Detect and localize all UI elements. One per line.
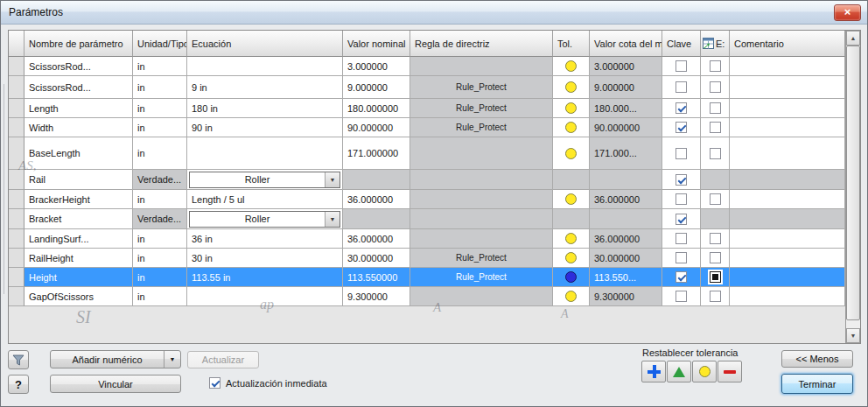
- cell-tolerance[interactable]: [553, 57, 590, 76]
- export-checkbox[interactable]: [710, 193, 721, 205]
- table-row[interactable]: GapOfScissors in 9.300000 9.300000: [9, 287, 845, 306]
- tolerance-dot[interactable]: [565, 193, 577, 205]
- cell-parameter-name[interactable]: Width: [24, 118, 133, 137]
- tolerance-lower-button[interactable]: [718, 361, 742, 382]
- tolerance-nominal-button[interactable]: [692, 361, 717, 382]
- cell-key[interactable]: [662, 137, 701, 170]
- cell-export[interactable]: [701, 229, 730, 249]
- tolerance-dot[interactable]: [565, 60, 577, 72]
- update-button[interactable]: Actualizar: [187, 351, 259, 368]
- export-checkbox[interactable]: [710, 102, 721, 114]
- cell-key[interactable]: [662, 229, 701, 249]
- cell-comment[interactable]: [730, 190, 845, 209]
- cell-comment[interactable]: [730, 137, 845, 170]
- row-selector[interactable]: [9, 287, 24, 306]
- key-checkbox[interactable]: [676, 271, 687, 283]
- cell-export[interactable]: [701, 190, 730, 209]
- table-row[interactable]: Rail Verdade... Roller ▼: [9, 170, 845, 190]
- scroll-down-button[interactable]: ▼: [846, 328, 860, 343]
- cell-key[interactable]: [662, 249, 701, 268]
- row-selector[interactable]: [9, 268, 24, 287]
- cell-parameter-name[interactable]: BrackerHeight: [24, 190, 133, 209]
- chevron-down-icon[interactable]: ▼: [164, 351, 180, 368]
- cell-tolerance[interactable]: [553, 229, 590, 249]
- row-selector[interactable]: [9, 229, 24, 249]
- cell-tolerance[interactable]: [553, 190, 590, 209]
- cell-tolerance[interactable]: [553, 249, 590, 268]
- cell-export[interactable]: [701, 57, 730, 76]
- cell-comment[interactable]: [730, 57, 845, 76]
- tolerance-dot[interactable]: [565, 271, 577, 283]
- cell-equation[interactable]: 113.55 in: [187, 268, 343, 287]
- cell-key[interactable]: [662, 118, 701, 137]
- cell-comment[interactable]: [730, 268, 845, 287]
- cell-key[interactable]: [662, 76, 701, 99]
- cell-tolerance[interactable]: [553, 76, 590, 99]
- export-checkbox[interactable]: [710, 60, 721, 72]
- vertical-scrollbar[interactable]: ▲ ▼: [845, 31, 860, 343]
- equation-dropdown[interactable]: Roller ▼: [189, 211, 340, 228]
- cell-tolerance[interactable]: [553, 99, 590, 118]
- row-selector[interactable]: [9, 170, 24, 190]
- cell-export[interactable]: [701, 249, 730, 268]
- table-row[interactable]: BaseLength in 171.000000 171.000...: [9, 137, 845, 170]
- row-selector[interactable]: [9, 57, 24, 76]
- cell-equation[interactable]: 90 in: [187, 118, 343, 137]
- filter-button[interactable]: [8, 350, 29, 369]
- cell-tolerance[interactable]: [553, 268, 590, 287]
- equation-dropdown[interactable]: Roller ▼: [189, 172, 340, 188]
- cell-export[interactable]: [701, 287, 730, 306]
- cell-export[interactable]: [701, 118, 730, 137]
- row-selector[interactable]: [9, 249, 24, 268]
- cell-comment[interactable]: [730, 287, 845, 306]
- cell-parameter-name[interactable]: Bracket: [24, 209, 133, 229]
- tolerance-dot[interactable]: [565, 233, 577, 244]
- export-checkbox[interactable]: [710, 291, 721, 302]
- cell-equation[interactable]: 9 in: [187, 76, 343, 99]
- cell-key[interactable]: [662, 287, 701, 306]
- export-checkbox[interactable]: [710, 271, 721, 283]
- row-selector[interactable]: [9, 99, 24, 118]
- scroll-up-button[interactable]: ▲: [846, 31, 860, 46]
- row-selector[interactable]: [9, 118, 24, 137]
- key-checkbox[interactable]: [676, 81, 687, 93]
- key-checkbox[interactable]: [676, 252, 687, 263]
- cell-parameter-name[interactable]: RailHeight: [24, 249, 133, 268]
- cell-parameter-name[interactable]: GapOfScissors: [24, 287, 133, 306]
- table-row[interactable]: ScissorsRod... in 3.000000 3.000000: [9, 57, 845, 76]
- cell-parameter-name[interactable]: ScissorsRod...: [24, 76, 133, 99]
- cell-parameter-name[interactable]: Length: [24, 99, 133, 118]
- export-checkbox[interactable]: [710, 148, 721, 159]
- table-row[interactable]: LandingSurf... in 36 in 36.000000 36.000…: [9, 229, 845, 249]
- tolerance-dot[interactable]: [565, 102, 577, 114]
- cell-parameter-name[interactable]: ScissorsRod...: [24, 57, 133, 76]
- link-button[interactable]: Vincular: [50, 375, 181, 393]
- export-checkbox[interactable]: [710, 252, 721, 263]
- row-selector[interactable]: [9, 76, 24, 99]
- cell-comment[interactable]: [730, 229, 845, 249]
- row-selector[interactable]: [9, 137, 24, 170]
- row-selector[interactable]: [9, 209, 24, 229]
- chevron-down-icon[interactable]: ▼: [325, 212, 340, 227]
- table-row[interactable]: Length in 180 in 180.000000 Rule_Protect…: [9, 99, 845, 118]
- table-row[interactable]: ScissorsRod... in 9 in 9.000000 Rule_Pro…: [9, 76, 845, 99]
- cell-key[interactable]: [662, 209, 701, 229]
- cell-key[interactable]: [662, 57, 701, 76]
- cell-equation[interactable]: [187, 57, 343, 76]
- key-checkbox[interactable]: [676, 60, 687, 72]
- cell-tolerance[interactable]: [553, 287, 590, 306]
- tolerance-median-button[interactable]: [667, 361, 691, 382]
- row-selector[interactable]: [9, 190, 24, 209]
- tolerance-dot[interactable]: [565, 291, 577, 302]
- cell-parameter-name[interactable]: Height: [24, 268, 133, 287]
- cell-key[interactable]: [662, 190, 701, 209]
- tolerance-dot[interactable]: [565, 122, 577, 133]
- key-checkbox[interactable]: [676, 148, 687, 159]
- cell-equation[interactable]: Roller ▼: [187, 209, 343, 229]
- key-checkbox[interactable]: [676, 214, 687, 225]
- table-row[interactable]: Bracket Verdade... Roller ▼: [9, 209, 845, 229]
- cell-comment[interactable]: [730, 118, 845, 137]
- table-row[interactable]: RailHeight in 30 in 30.000000 Rule_Prote…: [9, 249, 845, 268]
- immediate-update-checkbox-row[interactable]: Actualización inmediata: [209, 377, 327, 389]
- cell-export[interactable]: [701, 268, 730, 287]
